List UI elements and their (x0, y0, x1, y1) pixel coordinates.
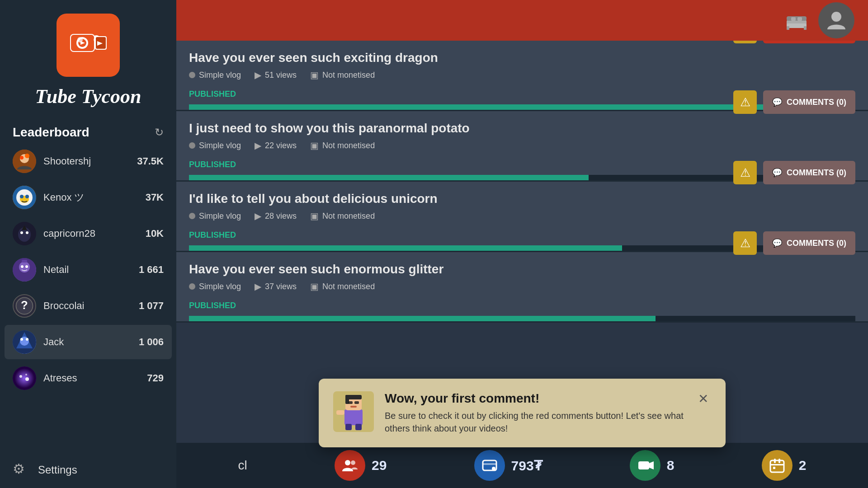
meta-monetised: ▣ Not monetised (310, 281, 375, 292)
type-dot (189, 142, 195, 149)
monetised-status: Not monetised (322, 211, 375, 221)
video-card: Have you ever seen such enormous glitter… (176, 252, 868, 323)
svg-rect-70 (778, 459, 780, 463)
svg-point-28 (25, 265, 28, 268)
progress-fill (189, 104, 822, 110)
video-actions: ⚠ 💬 COMMENTS (0) (733, 90, 855, 114)
type-dot (189, 72, 195, 78)
profile-button[interactable] (818, 2, 854, 38)
videos-value: 8 (667, 458, 675, 473)
svg-rect-71 (773, 467, 775, 469)
svg-point-7 (77, 37, 83, 42)
avatar (13, 186, 36, 209)
avatar (13, 366, 36, 390)
app-logo[interactable] (57, 14, 120, 77)
monetise-icon: ▣ (310, 281, 319, 292)
svg-rect-68 (770, 464, 784, 465)
currency-stat[interactable]: 793₮ (474, 450, 542, 481)
progress-fill (189, 245, 622, 251)
leaderboard-item[interactable]: capricorn2810K (5, 216, 172, 251)
settings-item[interactable]: ⚙ Settings (0, 452, 176, 488)
app-title: Tube Tycoon (35, 85, 141, 108)
main-area: Have you ever seen such exciting dragon … (176, 0, 868, 488)
svg-rect-46 (787, 16, 807, 21)
monetise-icon: ▣ (310, 140, 319, 151)
warn-button[interactable]: ⚠ (733, 90, 757, 114)
svg-point-60 (345, 460, 350, 465)
comments-button[interactable]: 💬 COMMENTS (0) (763, 231, 855, 255)
leaderboard-name: Shootershj (43, 155, 137, 167)
svg-point-40 (25, 374, 27, 375)
leaderboard-item[interactable]: Kenox ツ37K (5, 180, 172, 215)
svg-rect-43 (787, 23, 807, 28)
comments-button[interactable]: 💬 COMMENTS (0) (763, 90, 855, 114)
monetised-status: Not monetised (322, 70, 375, 80)
video-type: Simple vlog (199, 141, 241, 150)
video-actions: ⚠ 💬 COMMENTS (0) (733, 161, 855, 184)
sidebar: Tube Tycoon Leaderboard ↻ Shootershj37.5… (0, 0, 176, 488)
svg-point-41 (25, 377, 29, 381)
svg-point-27 (21, 265, 24, 268)
bed-icon[interactable] (784, 10, 809, 31)
leaderboard-item[interactable]: Netail1 661 (5, 253, 172, 287)
warn-button[interactable]: ⚠ (733, 161, 757, 184)
leaderboard-score: 10K (146, 228, 164, 239)
svg-point-49 (831, 12, 841, 22)
comments-button[interactable]: 💬 COMMENTS (0) (763, 161, 855, 184)
calendar-icon (762, 450, 793, 481)
chat-icon: 💬 (772, 97, 782, 107)
warn-button[interactable]: ⚠ (733, 41, 757, 43)
svg-rect-69 (774, 459, 776, 463)
svg-point-64 (492, 467, 495, 470)
progress-fill (189, 175, 589, 180)
notification-title: Wow, your first comment! (385, 391, 684, 406)
progress-bar (189, 316, 855, 321)
meta-views: ▶ 22 views (255, 140, 297, 151)
meta-views: ▶ 37 views (255, 281, 297, 292)
videos-stat[interactable]: 8 (630, 450, 675, 481)
leaderboard-score: 1 077 (139, 300, 164, 312)
svg-rect-63 (483, 463, 496, 465)
svg-point-34 (20, 337, 29, 346)
svg-rect-50 (344, 409, 363, 425)
leaderboard-item[interactable]: ?Broccolai1 077 (5, 289, 172, 323)
subscribers-stat[interactable]: 29 (335, 450, 387, 481)
svg-rect-47 (791, 17, 796, 21)
meta-views: ▶ 28 views (255, 211, 297, 221)
chat-icon: 💬 (772, 238, 782, 248)
notification-close-button[interactable]: ✕ (695, 391, 711, 406)
comments-label: COMMENTS (0) (787, 168, 846, 178)
subscribers-value: 29 (372, 458, 387, 473)
progress-fill (189, 316, 656, 321)
leaderboard-name: Netail (43, 264, 139, 276)
warn-button[interactable]: ⚠ (733, 231, 757, 255)
subscribers-icon (335, 450, 365, 481)
svg-point-15 (25, 154, 29, 158)
views-value: 28 views (265, 211, 297, 221)
svg-rect-48 (797, 17, 802, 21)
leaderboard-item[interactable]: Atreses729 (5, 361, 172, 395)
play-icon: ▶ (255, 281, 261, 292)
notification-popup: Wow, your first comment! Be sure to chec… (319, 379, 726, 447)
meta-monetised: ▣ Not monetised (310, 211, 375, 221)
days-stat[interactable]: 2 (762, 450, 807, 481)
comments-button[interactable]: 💬 COMMENTS (1) (763, 41, 855, 43)
username-label: cl (238, 458, 247, 473)
monetise-icon: ▣ (310, 70, 319, 80)
video-title: Have you ever seen such exciting dragon (189, 51, 733, 65)
comments-label: COMMENTS (0) (787, 239, 846, 248)
video-type: Simple vlog (199, 70, 241, 80)
refresh-icon[interactable]: ↻ (155, 126, 164, 139)
leaderboard-item[interactable]: Jack1 006 (5, 325, 172, 359)
video-info: I just need to show you this paranormal … (189, 121, 733, 156)
currency-icon (474, 450, 505, 481)
video-title: I'd like to tell you about delicious uni… (189, 192, 733, 206)
leaderboard-name: Broccolai (43, 300, 139, 312)
logo-area: Tube Tycoon (0, 0, 176, 117)
leaderboard-item[interactable]: Shootershj37.5K (5, 144, 172, 178)
leaderboard-list: Shootershj37.5KKenox ツ37Kcapricorn2810KN… (0, 144, 176, 452)
top-bar-icons (784, 2, 854, 38)
type-dot (189, 283, 195, 290)
svg-point-38 (14, 368, 34, 388)
svg-rect-58 (345, 424, 352, 430)
